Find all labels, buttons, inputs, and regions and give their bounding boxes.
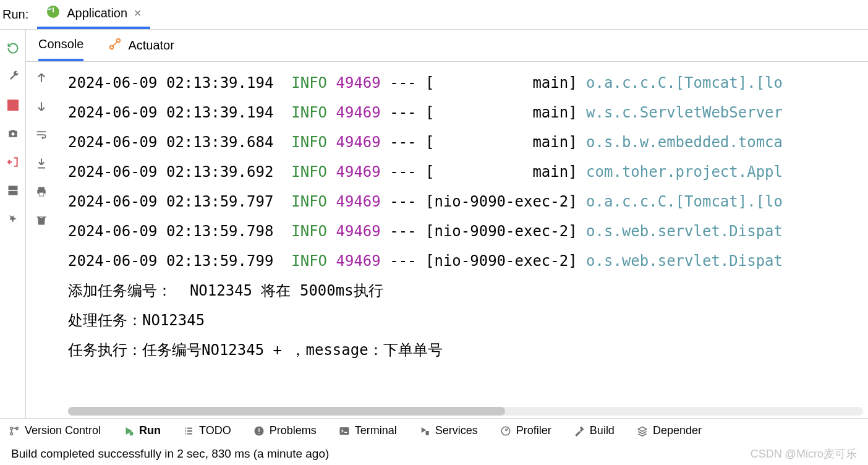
svg-rect-4	[8, 191, 17, 195]
profiler-icon	[500, 425, 511, 437]
close-icon[interactable]: ✕	[134, 7, 142, 19]
log-line: 2024-06-09 02:13:39.194 INFO 49469 --- […	[68, 68, 868, 98]
tab-actuator[interactable]: Actuator	[108, 30, 174, 61]
log-line: 2024-06-09 02:13:39.684 INFO 49469 --- […	[68, 127, 868, 157]
main-area: Console Actuator	[0, 30, 868, 418]
tool-problems[interactable]: Problems	[253, 424, 317, 437]
spring-boot-icon	[46, 4, 61, 22]
exit-icon[interactable]	[6, 155, 20, 169]
branch-icon	[9, 425, 20, 437]
services-icon	[419, 425, 430, 437]
log-line: 2024-06-09 02:13:59.799 INFO 49469 --- […	[68, 246, 868, 276]
tool-label: Services	[435, 424, 478, 437]
log-line: 2024-06-09 02:13:59.797 INFO 49469 --- […	[68, 187, 868, 216]
actuator-icon	[108, 37, 122, 54]
run-label: Run:	[0, 7, 37, 22]
tool-label: Version Control	[25, 424, 101, 437]
tool-label: TODO	[199, 424, 231, 437]
bottom-tool-tabs: Version Control Run TODO Problems Termin…	[0, 418, 868, 443]
svg-point-8	[11, 427, 13, 429]
tool-dependencies[interactable]: Depender	[637, 424, 702, 437]
svg-rect-14	[258, 433, 260, 434]
run-config-tab-application[interactable]: Application ✕	[37, 0, 150, 29]
run-config-tab-label: Application	[67, 6, 127, 20]
tab-console-label: Console	[38, 37, 83, 51]
watermark: CSDN @Micro麦可乐	[751, 446, 857, 461]
status-bar: Build completed successfully in 2 sec, 8…	[0, 443, 868, 465]
log-line: 2024-06-09 02:13:39.194 INFO 49469 --- […	[68, 98, 868, 127]
svg-rect-16	[425, 431, 428, 435]
arrow-up-icon[interactable]	[34, 70, 49, 85]
terminal-icon	[339, 425, 350, 437]
console-tabs: Console Actuator	[26, 30, 868, 62]
log-line: 处理任务：NO12345	[68, 305, 868, 335]
soft-wrap-icon[interactable]	[34, 127, 49, 142]
tab-console[interactable]: Console	[38, 30, 83, 61]
run-header: Run: Application ✕	[0, 0, 868, 30]
console-body: 2024-06-09 02:13:39.194 INFO 49469 --- […	[26, 62, 868, 418]
tool-label: Depender	[653, 424, 702, 437]
list-icon	[183, 425, 194, 437]
camera-icon[interactable]	[6, 126, 20, 141]
hammer-icon	[574, 425, 585, 437]
svg-point-11	[130, 432, 134, 435]
horizontal-scrollbar[interactable]	[68, 407, 863, 416]
trash-icon[interactable]	[34, 213, 49, 228]
tool-label: Run	[139, 424, 161, 437]
status-message: Build completed successfully in 2 sec, 8…	[11, 447, 329, 461]
tool-terminal[interactable]: Terminal	[339, 424, 397, 437]
svg-point-2	[11, 132, 14, 135]
log-line: 添加任务编号： NO12345 将在 5000ms执行	[68, 276, 868, 305]
print-icon[interactable]	[34, 184, 49, 199]
tool-version-control[interactable]: Version Control	[9, 424, 101, 437]
play-icon	[123, 425, 134, 437]
center-column: Console Actuator	[26, 30, 868, 418]
rerun-icon[interactable]	[6, 41, 20, 56]
layers-icon	[637, 425, 648, 437]
tool-build[interactable]: Build	[574, 424, 615, 437]
console-output[interactable]: 2024-06-09 02:13:39.194 INFO 49469 --- […	[57, 62, 868, 418]
scroll-to-end-icon[interactable]	[34, 156, 49, 171]
svg-rect-3	[8, 186, 17, 190]
wrench-icon[interactable]	[6, 69, 20, 84]
tab-actuator-label: Actuator	[128, 38, 174, 53]
arrow-down-icon[interactable]	[34, 99, 49, 114]
scrollbar-thumb[interactable]	[68, 407, 505, 416]
log-line: 2024-06-09 02:13:39.692 INFO 49469 --- […	[68, 157, 868, 187]
console-toolbar	[26, 62, 57, 418]
warning-icon	[253, 425, 265, 437]
tool-services[interactable]: Services	[419, 424, 478, 437]
tool-label: Profiler	[516, 424, 551, 437]
tool-label: Build	[590, 424, 615, 437]
tool-todo[interactable]: TODO	[183, 424, 231, 437]
tool-profiler[interactable]: Profiler	[500, 424, 551, 437]
svg-rect-15	[339, 427, 349, 435]
svg-rect-7	[40, 193, 44, 196]
pin-icon[interactable]	[2, 208, 23, 229]
log-line: 任务执行：任务编号NO12345 + ，message：下单单号	[68, 335, 868, 365]
svg-point-9	[11, 432, 13, 435]
tool-label: Problems	[270, 424, 317, 437]
tool-label: Terminal	[355, 424, 397, 437]
tool-run[interactable]: Run	[123, 424, 161, 437]
layout-icon[interactable]	[6, 183, 20, 198]
svg-rect-13	[258, 428, 260, 432]
stop-icon[interactable]	[6, 98, 20, 113]
log-line: 2024-06-09 02:13:59.798 INFO 49469 --- […	[68, 216, 868, 246]
run-toolbar	[0, 30, 26, 418]
